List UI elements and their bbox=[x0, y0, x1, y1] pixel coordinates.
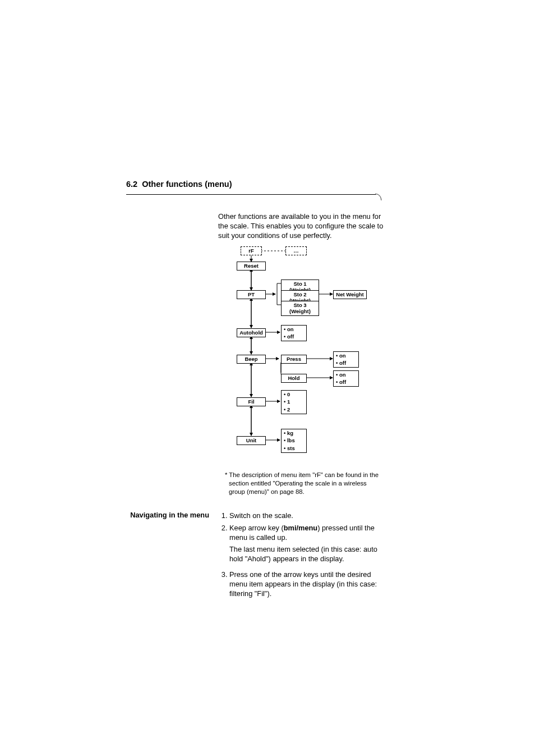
section-title-text: Other functions (menu) bbox=[142, 180, 232, 189]
section-rule bbox=[126, 194, 389, 204]
step-2: Keep arrow key (bmi/menu) pressed until … bbox=[229, 523, 389, 543]
intro-paragraph: Other functions are available to you in … bbox=[218, 212, 389, 241]
section-number: 6.2 bbox=[126, 180, 137, 189]
box-unit: Unit bbox=[237, 436, 266, 445]
box-dots: … bbox=[285, 246, 307, 255]
box-reset: Reset bbox=[237, 262, 266, 271]
nav-steps: Switch on the scale. Keep arrow key (bmi… bbox=[218, 511, 389, 601]
menu-flow-diagram: rF … Reset PT Sto 1 (Weight) Sto 2 (Weig… bbox=[218, 246, 386, 465]
step-3: Press one of the arrow keys until the de… bbox=[229, 570, 389, 599]
opt-hold-off: • off bbox=[333, 378, 359, 387]
box-autohold: Autohold bbox=[237, 328, 266, 337]
box-netweight: Net Weight bbox=[333, 290, 367, 299]
opt-press-off: • off bbox=[333, 359, 359, 368]
box-sto3: Sto 3 (Weight) bbox=[281, 301, 319, 317]
step-2-result: The last menu item selected (in this cas… bbox=[229, 544, 389, 564]
box-fil: Fil bbox=[237, 397, 266, 406]
diagram-footnote: * The description of menu item "rF" can … bbox=[225, 471, 382, 497]
opt-autohold-off: • off bbox=[281, 333, 307, 341]
step-1: Switch on the scale. bbox=[229, 511, 389, 520]
box-rf: rF bbox=[241, 246, 262, 255]
opt-unit-sts: • sts bbox=[281, 445, 307, 453]
nav-heading: Navigating in the menu bbox=[126, 511, 218, 601]
opt-fil-2: • 2 bbox=[281, 406, 307, 414]
box-beep: Beep bbox=[237, 355, 266, 364]
box-pt: PT bbox=[237, 290, 266, 299]
section-heading: 6.2 Other functions (menu) bbox=[126, 180, 389, 191]
box-press: Press bbox=[281, 355, 307, 364]
box-hold: Hold bbox=[281, 374, 307, 383]
